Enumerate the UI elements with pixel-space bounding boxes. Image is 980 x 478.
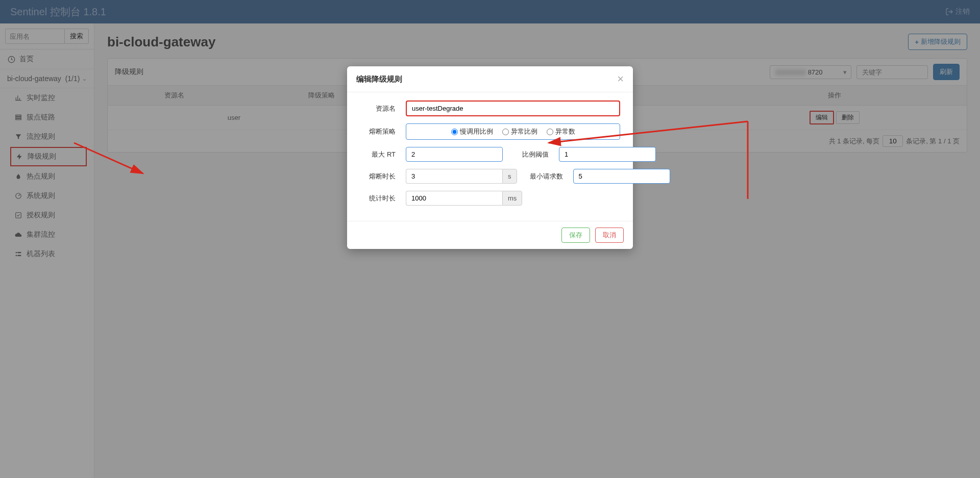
modal-title: 编辑降级规则 bbox=[356, 74, 402, 84]
strategy-error-ratio[interactable]: 异常比例 bbox=[502, 127, 537, 136]
max-rt-label: 最大 RT bbox=[360, 150, 396, 159]
min-request-input[interactable] bbox=[573, 169, 670, 184]
radio-slow-call[interactable] bbox=[451, 129, 458, 135]
resource-input[interactable] bbox=[406, 100, 620, 116]
unit-seconds: s bbox=[502, 169, 517, 184]
max-rt-input[interactable] bbox=[406, 147, 503, 162]
save-button[interactable]: 保存 bbox=[561, 228, 590, 243]
stat-interval-input[interactable] bbox=[406, 191, 502, 206]
cancel-button[interactable]: 取消 bbox=[595, 228, 624, 243]
resource-label: 资源名 bbox=[360, 104, 396, 113]
unit-ms: ms bbox=[502, 191, 522, 206]
edit-rule-modal: 编辑降级规则 × 资源名 熔断策略 慢调用比例 异常比例 异常数 最大 RT bbox=[347, 66, 633, 249]
strategy-radio-group: 慢调用比例 异常比例 异常数 bbox=[406, 123, 620, 140]
strategy-slow-call[interactable]: 慢调用比例 bbox=[451, 127, 493, 136]
modal-overlay: 编辑降级规则 × 资源名 熔断策略 慢调用比例 异常比例 异常数 最大 RT bbox=[0, 0, 980, 478]
modal-close-button[interactable]: × bbox=[617, 73, 624, 85]
strategy-error-count[interactable]: 异常数 bbox=[547, 127, 575, 136]
strategy-label: 熔断策略 bbox=[360, 127, 396, 136]
time-window-input[interactable] bbox=[406, 169, 502, 184]
ratio-threshold-input[interactable] bbox=[559, 147, 656, 162]
stat-interval-label: 统计时长 bbox=[360, 194, 396, 203]
ratio-threshold-label: 比例阈值 bbox=[513, 150, 549, 159]
min-request-label: 最小请求数 bbox=[527, 172, 563, 181]
radio-error-count[interactable] bbox=[547, 129, 553, 135]
radio-error-ratio[interactable] bbox=[502, 129, 509, 135]
time-window-label: 熔断时长 bbox=[360, 172, 396, 181]
